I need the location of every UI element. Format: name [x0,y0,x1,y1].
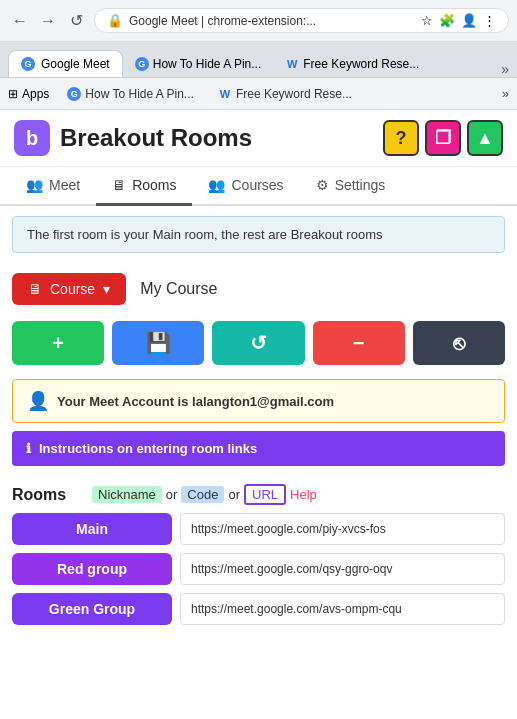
room-url-input-1[interactable] [180,553,505,585]
star-icon: ☆ [421,13,433,28]
settings-gear-icon: ⚙ [316,177,329,193]
plus-icon: + [52,332,64,355]
bookmark-2[interactable]: W Free Keyword Rese... [212,85,358,103]
rooms-legend: Nickname or Code or URL Help [92,484,317,505]
room-url-input-2[interactable] [180,593,505,625]
nav-tabs: 👥 Meet 🖥 Rooms 👥 Courses ⚙ Settings [0,167,517,206]
lock-icon: 🔒 [107,13,123,28]
apps-grid-icon: ⊞ [8,87,18,101]
google-meet-favicon: G [21,57,35,71]
apps-bookmark[interactable]: ⊞ Apps [8,87,49,101]
minus-icon: − [353,332,365,355]
more-bookmarks-icon[interactable]: » [502,86,509,101]
bookmark2-text: Free Keyword Rese... [236,87,352,101]
room-name-button-1[interactable]: Red group [12,553,172,585]
course-button[interactable]: 🖥 Course ▾ [12,273,126,305]
bookmark1-text: How To Hide A Pin... [85,87,194,101]
apps-label: Apps [22,87,49,101]
remove-button[interactable]: − [313,321,405,365]
course-button-label: Course [50,281,95,297]
tab-courses[interactable]: 👥 Courses [192,167,299,206]
course-screen-icon: 🖥 [28,281,42,297]
app-container: b Breakout Rooms ? ❐ ▲ 👥 Meet 🖥 Rooms 👥 … [0,110,517,719]
legend-or1: or [166,487,178,502]
tab3-title: Free Keyword Rese... [303,57,419,71]
bookmark2-favicon: W [218,87,232,101]
legend-url: URL [244,484,286,505]
instructions-bar[interactable]: ℹ Instructions on entering room links [12,431,505,466]
legend-code: Code [181,486,224,503]
info-circle-icon: ℹ [26,441,31,456]
address-text: Google Meet | chrome-extension:... [129,14,316,28]
tab2-favicon: G [135,57,149,71]
help-button[interactable]: ? [383,120,419,156]
room-name-button-0[interactable]: Main [12,513,172,545]
course-name: My Course [140,280,217,298]
save-button[interactable]: 💾 [112,321,204,365]
rooms-list: MainRed groupGreen Group [0,509,517,629]
copy-icon: ❐ [435,127,451,149]
app-logo: b [14,120,50,156]
menu-icon[interactable]: ⋮ [483,13,496,28]
up-button[interactable]: ▲ [467,120,503,156]
legend-help: Help [290,487,317,502]
legend-nickname: Nickname [92,486,162,503]
export-icon: ⎋ [453,332,465,355]
course-dropdown-icon: ▾ [103,281,110,297]
puzzle-icon: 🧩 [439,13,455,28]
tab-title: Google Meet [41,57,110,71]
user-icon: 👤 [27,390,49,412]
header-icons: ? ❐ ▲ [383,120,503,156]
tab-rooms[interactable]: 🖥 Rooms [96,167,192,206]
save-icon: 💾 [146,331,171,355]
room-row: Main [0,509,517,549]
reset-button[interactable]: ↺ [212,321,304,365]
up-icon: ▲ [476,128,494,149]
instructions-text: Instructions on entering room links [39,441,257,456]
copy-button[interactable]: ❐ [425,120,461,156]
action-row: + 💾 ↺ − ⎋ [0,315,517,371]
address-bar[interactable]: 🔒 Google Meet | chrome-extension:... ☆ 🧩… [94,8,509,33]
nav-buttons: ← → ↺ [8,9,88,33]
rooms-header: Rooms Nickname or Code or URL Help [0,474,517,509]
add-room-button[interactable]: + [12,321,104,365]
back-button[interactable]: ← [8,9,32,33]
app-header: b Breakout Rooms ? ❐ ▲ [0,110,517,167]
tab-rooms-label: Rooms [132,177,176,193]
account-text: Your Meet Account is lalangton1@gmail.co… [57,394,334,409]
account-warning: 👤 Your Meet Account is lalangton1@gmail.… [12,379,505,423]
rooms-icon: 🖥 [112,177,126,193]
rooms-section-label: Rooms [12,486,82,504]
courses-icon: 👥 [208,177,225,193]
tab-courses-label: Courses [231,177,283,193]
tab-meet-label: Meet [49,177,80,193]
legend-or2: or [228,487,240,502]
room-row: Green Group [0,589,517,629]
bookmark1-favicon: G [67,87,81,101]
browser-tab-active[interactable]: G Google Meet [8,50,123,77]
more-tabs-icon[interactable]: » [501,61,509,77]
room-row: Red group [0,549,517,589]
header-left: b Breakout Rooms [14,120,252,156]
profile-icon: 👤 [461,13,477,28]
tab-settings[interactable]: ⚙ Settings [300,167,402,206]
reload-button[interactable]: ↺ [64,9,88,33]
info-text: The first room is your Main room, the re… [27,227,382,242]
room-url-input-0[interactable] [180,513,505,545]
tab-settings-label: Settings [335,177,386,193]
browser-bar: ← → ↺ 🔒 Google Meet | chrome-extension:.… [0,0,517,42]
tab3-favicon: W [285,57,299,71]
meet-icon: 👥 [26,177,43,193]
tab-meet[interactable]: 👥 Meet [10,167,96,206]
browser-tab-2[interactable]: G How To Hide A Pin... [123,51,274,77]
tab2-title: How To Hide A Pin... [153,57,262,71]
bookmarks-bar: ⊞ Apps G How To Hide A Pin... W Free Key… [0,78,517,110]
reset-icon: ↺ [250,331,267,355]
browser-tab-3[interactable]: W Free Keyword Rese... [273,51,431,77]
forward-button[interactable]: → [36,9,60,33]
bookmark-1[interactable]: G How To Hide A Pin... [61,85,200,103]
app-title: Breakout Rooms [60,124,252,152]
export-button[interactable]: ⎋ [413,321,505,365]
tabs-bar: G Google Meet G How To Hide A Pin... W F… [0,42,517,78]
room-name-button-2[interactable]: Green Group [12,593,172,625]
